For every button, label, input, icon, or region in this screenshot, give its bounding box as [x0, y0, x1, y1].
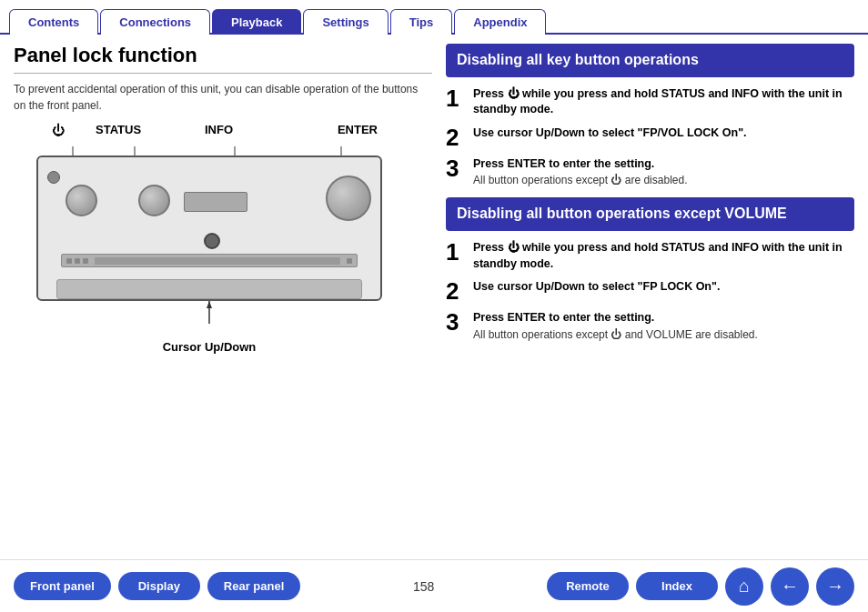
bottom-navigation: Front panel Display Rear panel 158 Remot…	[0, 559, 868, 612]
step-number: 1	[446, 86, 464, 110]
step-content: Press ⏻ while you press and hold STATUS …	[473, 240, 854, 272]
back-button[interactable]: ←	[771, 567, 809, 606]
left-panel: Panel lock function To prevent accidenta…	[14, 44, 432, 545]
step-number: 2	[446, 279, 464, 303]
step-main-text: Use cursor Up/Down to select "FP LOCK On…	[473, 279, 854, 296]
step-content: Use cursor Up/Down to select "FP LOCK On…	[473, 279, 854, 296]
cursor-label: Cursor Up/Down	[14, 340, 405, 354]
label-power: ⏻	[52, 123, 65, 137]
display-button[interactable]: Display	[118, 572, 200, 600]
label-enter: ENTER	[338, 123, 378, 136]
tab-contents[interactable]: Contents	[9, 9, 98, 35]
step-content: Press ENTER to enter the setting. All bu…	[473, 156, 854, 187]
knob-middle	[138, 185, 170, 216]
step-main-text: Press ⏻ while you press and hold STATUS …	[473, 86, 854, 118]
forward-button[interactable]: →	[816, 567, 854, 606]
back-icon: ←	[781, 576, 799, 597]
label-status: STATUS	[96, 123, 141, 136]
step-note-text: All button operations except ⏻ and VOLUM…	[473, 328, 854, 341]
main-content: Panel lock function To prevent accidenta…	[0, 35, 868, 554]
step-content: Press ⏻ while you press and hold STATUS …	[473, 86, 854, 118]
section2-step3: 3 Press ENTER to enter the setting. All …	[446, 310, 854, 341]
step-number: 3	[446, 156, 464, 180]
step-note-text: All button operations except ⏻ are disab…	[473, 174, 854, 186]
tab-appendix[interactable]: Appendix	[454, 9, 546, 35]
section1-steps: 1 Press ⏻ while you press and hold STATU…	[446, 86, 854, 187]
device-diagram: ⏻ STATUS INFO ENTER	[14, 123, 405, 323]
tab-playback[interactable]: Playback	[212, 9, 301, 35]
section1-step1: 1 Press ⏻ while you press and hold STATU…	[446, 86, 854, 118]
knob-left	[66, 185, 97, 216]
intro-text: To prevent accidental operation of this …	[14, 81, 432, 114]
step-number: 2	[446, 125, 464, 149]
tab-settings[interactable]: Settings	[303, 9, 388, 35]
home-button[interactable]: ⌂	[725, 567, 763, 606]
forward-icon: →	[826, 576, 844, 597]
section1-step3: 3 Press ENTER to enter the setting. All …	[446, 156, 854, 187]
section2-step2: 2 Use cursor Up/Down to select "FP LOCK …	[446, 279, 854, 303]
tab-tips[interactable]: Tips	[390, 9, 453, 35]
step-number: 3	[446, 310, 464, 334]
tab-connections[interactable]: Connections	[100, 9, 210, 35]
top-navigation: Contents Connections Playback Settings T…	[0, 0, 868, 35]
index-button[interactable]: Index	[636, 572, 718, 600]
section2-steps: 1 Press ⏻ while you press and hold STATU…	[446, 240, 854, 341]
step-content: Use cursor Up/Down to select "FP/VOL LOC…	[473, 125, 854, 142]
section1-header: Disabling all key button operations	[446, 44, 854, 77]
step-main-text: Press ENTER to enter the setting.	[473, 310, 854, 326]
remote-button[interactable]: Remote	[547, 572, 629, 600]
step-main-text: Press ⏻ while you press and hold STATUS …	[473, 240, 854, 272]
home-icon: ⌂	[739, 576, 750, 597]
svg-marker-5	[207, 301, 212, 308]
page-title: Panel lock function	[14, 44, 432, 74]
section2-header: Disabling all button operations except V…	[446, 197, 854, 231]
rear-panel-button[interactable]: Rear panel	[207, 572, 300, 600]
device-illustration	[36, 156, 382, 301]
page-number: 158	[308, 579, 540, 594]
step-main-text: Use cursor Up/Down to select "FP/VOL LOC…	[473, 125, 854, 142]
right-panel: Disabling all key button operations 1 Pr…	[446, 44, 854, 545]
label-info: INFO	[205, 123, 233, 136]
step-main-text: Press ENTER to enter the setting.	[473, 156, 854, 173]
step-number: 1	[446, 240, 464, 264]
section1-step2: 2 Use cursor Up/Down to select "FP/VOL L…	[446, 125, 854, 149]
device-display-area	[184, 192, 247, 212]
section2-step1: 1 Press ⏻ while you press and hold STATU…	[446, 240, 854, 272]
front-panel-button[interactable]: Front panel	[14, 572, 111, 600]
step-content: Press ENTER to enter the setting. All bu…	[473, 310, 854, 341]
device-base	[56, 279, 362, 299]
